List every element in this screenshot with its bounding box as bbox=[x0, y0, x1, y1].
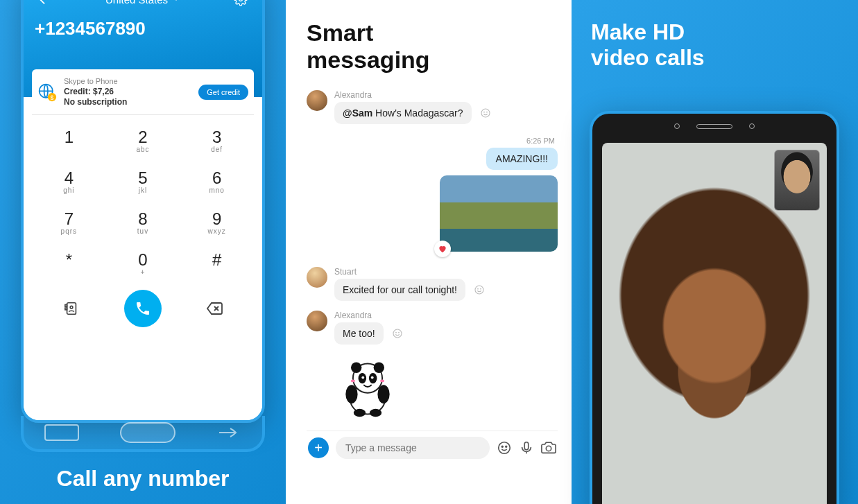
react-smiley-icon[interactable] bbox=[392, 328, 403, 339]
heart-reaction-icon[interactable] bbox=[434, 241, 451, 257]
add-attachment-button[interactable]: + bbox=[308, 437, 329, 458]
country-selector[interactable]: United States bbox=[105, 0, 180, 6]
react-smiley-icon[interactable] bbox=[480, 107, 491, 119]
panel-smart-messaging: Smart messaging Alexandra @Sam How's Mad… bbox=[286, 0, 572, 504]
svg-point-30 bbox=[380, 379, 384, 382]
svg-point-14 bbox=[393, 329, 402, 338]
svg-point-11 bbox=[475, 286, 483, 294]
svg-point-12 bbox=[478, 288, 479, 289]
credit-row: $ Skype to Phone Credit: $7,26 No subscr… bbox=[32, 69, 254, 115]
dial-key-6[interactable]: 6mno bbox=[180, 160, 254, 201]
credit-amount: Credit: $7,26 bbox=[64, 87, 114, 96]
message-group: Alexandra @Sam How's Madagascar? bbox=[307, 90, 558, 124]
credit-text: Skype to Phone Credit: $7,26 No subscrip… bbox=[64, 76, 191, 107]
skype-credit-globe-icon: $ bbox=[37, 82, 57, 102]
svg-point-0 bbox=[239, 0, 243, 1]
svg-text:$: $ bbox=[51, 94, 54, 101]
image-attachment[interactable] bbox=[440, 175, 558, 252]
svg-point-20 bbox=[374, 363, 384, 373]
svg-point-15 bbox=[395, 332, 396, 333]
svg-point-16 bbox=[398, 332, 399, 333]
call-button[interactable] bbox=[124, 290, 162, 327]
dial-key-9[interactable]: 9wxyz bbox=[180, 201, 254, 242]
number-display: +1234567890 bbox=[35, 18, 251, 40]
dial-key-4[interactable]: 4ghi bbox=[32, 160, 106, 201]
svg-point-31 bbox=[499, 442, 510, 454]
panel2-caption: Smart messaging bbox=[307, 19, 430, 73]
panel1-caption: Call any number bbox=[0, 466, 286, 492]
message-text: Me too! bbox=[343, 328, 375, 339]
svg-point-13 bbox=[481, 288, 481, 289]
phone-frame-video bbox=[590, 111, 839, 504]
react-smiley-icon[interactable] bbox=[474, 284, 485, 295]
panel3-cap-l2: video calls bbox=[591, 45, 705, 70]
message-text: Excited for our call tonight! bbox=[343, 284, 457, 295]
dial-key-8[interactable]: 8tuv bbox=[106, 201, 180, 242]
panel2-cap-l1: Smart bbox=[307, 19, 373, 46]
svg-rect-34 bbox=[524, 442, 529, 450]
message-bubble[interactable]: @Sam How's Madagascar? bbox=[334, 102, 472, 124]
message-text: How's Madagascar? bbox=[372, 107, 463, 119]
video-call-main[interactable] bbox=[602, 143, 827, 504]
sender-name: Alexandra bbox=[334, 90, 558, 100]
contacts-icon[interactable] bbox=[61, 298, 82, 319]
timestamp: 6:26 PM bbox=[307, 137, 555, 145]
svg-point-32 bbox=[501, 446, 503, 447]
sender-name: Stuart bbox=[334, 267, 558, 277]
video-call-pip[interactable] bbox=[774, 150, 820, 211]
avatar-alexandra[interactable] bbox=[307, 90, 327, 111]
panel3-caption: Make HD video calls bbox=[591, 19, 705, 71]
panel3-cap-l1: Make HD bbox=[591, 19, 685, 44]
panel-video-calls: Make HD video calls bbox=[572, 0, 858, 504]
svg-point-25 bbox=[345, 385, 357, 403]
dial-key-#[interactable]: # bbox=[180, 242, 254, 283]
dial-key-5[interactable]: 5jkl bbox=[106, 160, 180, 201]
phone-camera-icon bbox=[749, 123, 755, 129]
home-nav-icon[interactable] bbox=[120, 422, 175, 443]
message-bubble[interactable]: Excited for our call tonight! bbox=[334, 279, 465, 301]
svg-point-26 bbox=[377, 385, 389, 403]
credit-subscription: No subscription bbox=[64, 97, 127, 107]
android-nav-bar bbox=[21, 416, 265, 452]
svg-point-33 bbox=[506, 446, 507, 447]
svg-point-9 bbox=[483, 112, 484, 112]
message-bubble[interactable]: Me too! bbox=[334, 322, 384, 345]
recents-nav-icon[interactable] bbox=[44, 424, 79, 441]
svg-point-28 bbox=[370, 409, 381, 417]
dial-key-0[interactable]: 0+ bbox=[106, 242, 180, 283]
back-nav-icon[interactable] bbox=[216, 424, 241, 441]
panda-sticker[interactable] bbox=[334, 354, 401, 421]
avatar-stuart[interactable] bbox=[307, 267, 327, 288]
backspace-icon[interactable] bbox=[204, 298, 225, 319]
dial-key-*[interactable]: * bbox=[32, 242, 106, 283]
svg-point-35 bbox=[546, 446, 551, 451]
panel2-cap-l2: messaging bbox=[307, 46, 430, 73]
svg-point-27 bbox=[354, 409, 366, 417]
camera-icon[interactable] bbox=[541, 440, 556, 455]
dial-key-1[interactable]: 1 bbox=[32, 119, 106, 160]
svg-rect-6 bbox=[65, 308, 67, 310]
svg-point-23 bbox=[361, 376, 364, 379]
get-credit-button[interactable]: Get credit bbox=[198, 85, 248, 100]
dial-pad: 12abc3def4ghi5jkl6mno7pqrs8tuv9wxyz*0+# bbox=[32, 119, 254, 283]
emoji-icon[interactable] bbox=[497, 440, 512, 455]
settings-gear-icon[interactable] bbox=[230, 0, 251, 10]
phone-speaker bbox=[674, 123, 755, 129]
message-group: Stuart Excited for our call tonight! bbox=[307, 267, 558, 301]
svg-point-8 bbox=[481, 109, 490, 117]
message-input-row: + bbox=[307, 431, 558, 467]
back-arrow-icon[interactable] bbox=[35, 0, 55, 10]
mention: @Sam bbox=[343, 107, 372, 119]
avatar-alexandra[interactable] bbox=[307, 311, 327, 331]
phone-sensor-icon bbox=[674, 123, 680, 129]
dial-key-7[interactable]: 7pqrs bbox=[32, 201, 106, 242]
phone-earpiece-icon bbox=[696, 124, 732, 129]
message-input[interactable] bbox=[336, 437, 490, 459]
svg-point-10 bbox=[486, 112, 487, 112]
microphone-icon[interactable] bbox=[519, 440, 534, 455]
dial-key-2[interactable]: 2abc bbox=[106, 119, 180, 160]
dial-key-3[interactable]: 3def bbox=[180, 119, 254, 160]
phone-frame-dialer: United States +1234567890 $ bbox=[21, 0, 265, 423]
chevron-down-icon bbox=[172, 0, 180, 3]
my-message-bubble[interactable]: AMAZING!!! bbox=[486, 148, 558, 170]
